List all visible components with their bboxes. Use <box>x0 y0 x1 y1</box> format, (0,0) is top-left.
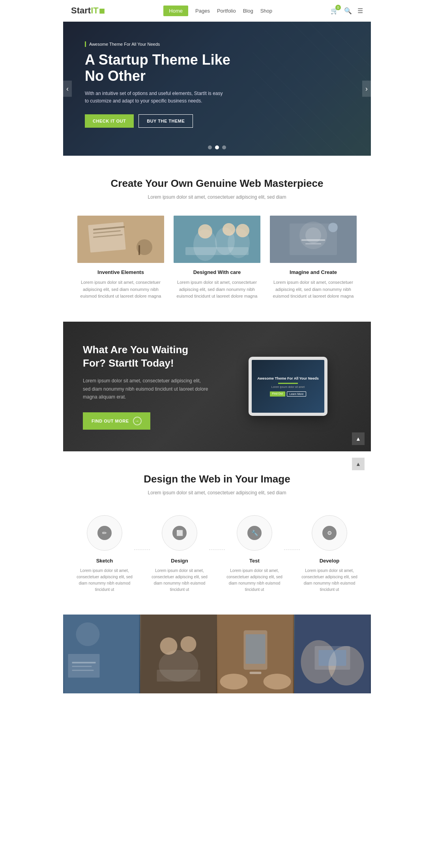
process-section: ▲ Design the Web in Your Image Lorem ips… <box>63 451 371 615</box>
svg-rect-20 <box>305 243 321 244</box>
connector-2 <box>209 549 225 550</box>
tablet-subtitle: Lorem ipsum dolor sit amet <box>271 386 305 388</box>
svg-point-13 <box>236 224 249 237</box>
card-2-title: Designed With care <box>174 269 260 275</box>
svg-rect-25 <box>72 662 96 663</box>
svg-point-30 <box>160 637 178 655</box>
step-2-label: Design <box>150 558 209 564</box>
svg-point-21 <box>328 223 338 232</box>
navbar: StartIT■ Home Pages Portfolio Blog Shop … <box>63 0 371 22</box>
svg-rect-19 <box>301 239 325 241</box>
card-2: Designed With care Lorem ipsum dolor sit… <box>174 216 260 300</box>
step-4-label: Develop <box>300 558 359 564</box>
svg-point-31 <box>181 636 196 652</box>
find-out-more-button[interactable]: FIND OUT MORE → <box>83 412 150 430</box>
nav-pages[interactable]: Pages <box>195 8 210 14</box>
step-sketch: ✏ Sketch Lorem ipsum dolor sit amet, con… <box>75 515 134 593</box>
step-design: ⬜ Design Lorem ipsum dolor sit amet, con… <box>150 515 209 593</box>
cart-badge: 0 <box>335 5 341 10</box>
svg-rect-43 <box>319 650 346 666</box>
hero-decoration <box>253 22 371 156</box>
masterpiece-subtext: Lorem ipsum dolor sit amet, consectetuer… <box>75 194 359 200</box>
step-3-desc: Lorem ipsum dolor sit amet, consectetuer… <box>225 568 284 593</box>
card-3: Imagine and Create Lorem ipsum dolor sit… <box>270 216 357 300</box>
cart-icon[interactable]: 🛒0 <box>331 7 339 15</box>
step-3-label: Test <box>225 558 284 564</box>
hero-dot-2[interactable] <box>215 145 219 149</box>
svg-point-12 <box>223 223 235 236</box>
svg-rect-32 <box>157 670 200 682</box>
step-2-desc: Lorem ipsum dolor sit amet, consectetuer… <box>150 568 209 593</box>
hero-dot-1[interactable] <box>208 145 212 149</box>
hero-heading: A Startup Theme Like No Other <box>85 52 247 84</box>
logo-dot: ■ <box>99 5 105 17</box>
connector-1 <box>134 549 150 550</box>
svg-rect-14 <box>185 247 249 255</box>
hero-buttons: CHECK IT OUT BUY THE THEME <box>85 114 247 128</box>
hero-description: With an intuitive set of options and use… <box>85 90 227 105</box>
svg-point-38 <box>264 674 291 689</box>
menu-icon[interactable]: ☰ <box>357 7 363 15</box>
portfolio-image-1 <box>63 615 140 693</box>
nav-icons: 🛒0 🔍 ☰ <box>331 7 363 15</box>
logo[interactable]: StartIT■ <box>71 5 105 17</box>
step-develop: ⚙ Develop Lorem ipsum dolor sit amet, co… <box>300 515 359 593</box>
logo-it: IT <box>91 6 99 16</box>
card-1-desc: Lorem ipsum dolor sit amet, consectetuer… <box>77 279 164 300</box>
masterpiece-heading: Create Your Own Genuine Web Masterpiece <box>75 177 359 190</box>
nav-portfolio[interactable]: Portfolio <box>217 8 236 14</box>
portfolio-item-4[interactable] <box>294 615 371 693</box>
arrow-icon: → <box>133 417 142 425</box>
cta-heading: What Are You Waiting For? StartIt Today! <box>83 343 209 370</box>
tablet-device: Awesome Theme For All Your Needs Lorem i… <box>249 357 327 416</box>
scroll-top-button-2[interactable]: ▲ <box>352 458 365 470</box>
tablet-btn-2: Learn More <box>287 391 307 397</box>
portfolio-item-2[interactable] <box>140 615 217 693</box>
buy-theme-button[interactable]: BUY THE THEME <box>138 114 193 128</box>
portfolio-item-1[interactable] <box>63 615 140 693</box>
tablet-screen: Awesome Theme For All Your Needs Lorem i… <box>252 360 324 413</box>
portfolio-image-4 <box>294 615 371 693</box>
hero-next-arrow[interactable]: › <box>362 81 371 97</box>
step-2-icon: ⬜ <box>172 526 187 540</box>
svg-point-37 <box>220 674 248 689</box>
card-3-title: Imagine and Create <box>270 269 357 275</box>
card-1-title: Inventive Elements <box>77 269 164 275</box>
step-1-desc: Lorem ipsum dolor sit amet, consectetuer… <box>75 568 134 593</box>
find-out-more-label: FIND OUT MORE <box>92 419 129 423</box>
scroll-top-button-1[interactable]: ▲ <box>352 432 365 445</box>
step-3-icon: 🔧 <box>247 526 262 540</box>
cta-section: What Are You Waiting For? StartIt Today!… <box>63 322 371 451</box>
step-1-label: Sketch <box>75 558 134 564</box>
process-heading: Design the Web in Your Image <box>75 473 359 485</box>
hero-tag: Awesome Theme For All Your Needs <box>85 41 160 47</box>
card-3-desc: Lorem ipsum dolor sit amet, consectetuer… <box>270 279 357 300</box>
masterpiece-section: Create Your Own Genuine Web Masterpiece … <box>63 156 371 322</box>
step-4-desc: Lorem ipsum dolor sit amet, consectetuer… <box>300 568 359 593</box>
step-3-circle: 🔧 <box>237 515 272 551</box>
step-test: 🔧 Test Lorem ipsum dolor sit amet, conse… <box>225 515 284 593</box>
check-it-out-button[interactable]: CHECK IT OUT <box>85 114 134 128</box>
card-1: Inventive Elements Lorem ipsum dolor sit… <box>77 216 164 300</box>
nav-shop[interactable]: Shop <box>260 8 272 14</box>
hero-content: Awesome Theme For All Your Needs A Start… <box>63 22 268 140</box>
svg-rect-26 <box>72 666 92 667</box>
nav-home[interactable]: Home <box>163 6 188 16</box>
card-image-3 <box>270 216 357 263</box>
cta-content: What Are You Waiting For? StartIt Today!… <box>83 343 209 430</box>
logo-start: Start <box>71 6 91 16</box>
process-steps: ✏ Sketch Lorem ipsum dolor sit amet, con… <box>75 515 359 593</box>
svg-point-24 <box>76 622 100 646</box>
svg-rect-6 <box>138 245 140 255</box>
hero-dot-3[interactable] <box>222 145 226 149</box>
tablet-mockup: Awesome Theme For All Your Needs Lorem i… <box>225 357 351 416</box>
svg-rect-27 <box>72 670 94 671</box>
nav-blog[interactable]: Blog <box>243 8 253 14</box>
portfolio-item-3[interactable] <box>217 615 294 693</box>
tablet-title: Awesome Theme For All Your Needs <box>257 376 319 380</box>
hero-prev-arrow[interactable]: ‹ <box>63 81 72 97</box>
search-icon[interactable]: 🔍 <box>344 7 352 15</box>
step-1-circle: ✏ <box>87 515 122 551</box>
process-subtext: Lorem ipsum dolor sit amet, consectetuer… <box>75 490 359 495</box>
cards-container: Inventive Elements Lorem ipsum dolor sit… <box>75 216 359 300</box>
